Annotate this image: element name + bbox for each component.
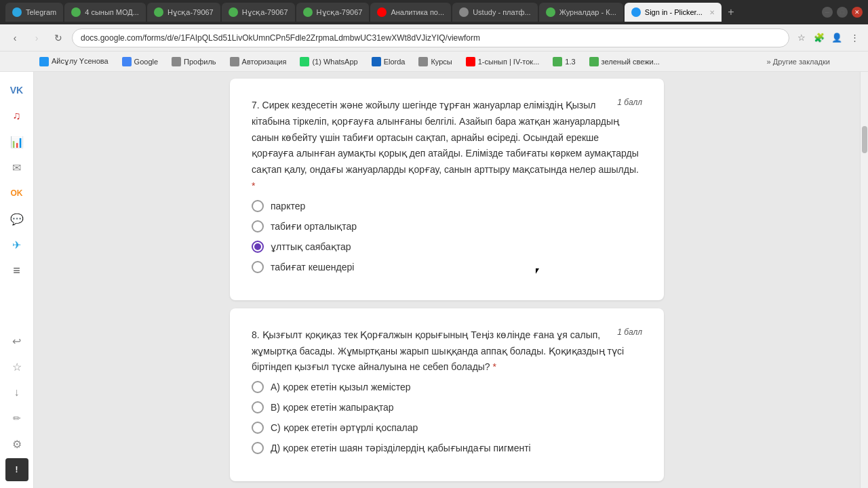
sidebar-app-download[interactable]: ↓ (5, 381, 28, 404)
question-7-card: 1 балл 7. Сирек кездесетін және жойылу ш… (230, 79, 664, 300)
forward-button[interactable]: › (28, 30, 45, 46)
left-sidebar: VK ♫ 📊 ✉ OK 💬 ✈ ≡ ↩ ☆ ↓ ✏ ⚙ ! (0, 72, 34, 488)
bookmark-1synыp-label: 1-сынып | IV-ток... (478, 58, 540, 66)
sidebar-app-charts[interactable]: 📊 (5, 130, 28, 153)
sidebar-app-list[interactable]: ≡ (5, 259, 28, 282)
minimize-button[interactable]: ─ (822, 7, 833, 18)
content-area[interactable]: 1 балл 7. Сирек кездесетін және жойылу ш… (34, 72, 860, 488)
bookmark-kursy[interactable]: Курсы (413, 56, 457, 68)
bookmark-kursy-icon (418, 57, 428, 66)
bookmark-avto[interactable]: Авторизация (224, 56, 292, 68)
back-button[interactable]: ‹ (7, 30, 23, 46)
option-7-2-label: табиғи орталықтар (271, 221, 357, 232)
sidebar-app-mail[interactable]: ✉ (5, 156, 28, 179)
bookmark-google[interactable]: Google (117, 56, 163, 68)
question-8-card: 1 балл 8. Қызғылт қоқиқаз тек Қорғалжын … (230, 308, 664, 481)
option-8-2[interactable]: В) қорек ететін жапырақтар (252, 401, 642, 413)
bookmark-elorda-label: Elorda (384, 58, 406, 66)
tab-telegram-label: Telegram (26, 8, 56, 16)
bookmark-whatsapp-icon (300, 57, 309, 66)
bookmark-profil[interactable]: Профиль (166, 56, 222, 68)
tab-zhurnaldar[interactable]: Журналдар - К... (539, 3, 623, 22)
tab-ustudy[interactable]: Ustudy - платф... (452, 3, 538, 22)
tab-zhurnaldar-label: Журналдар - К... (559, 8, 616, 16)
radio-8-4[interactable] (252, 442, 264, 454)
tab-analitika[interactable]: Аналитика по... (370, 3, 451, 22)
nuska1-favicon (154, 7, 163, 17)
bookmark-star-icon[interactable]: ☆ (795, 31, 808, 45)
bookmark-13-icon (553, 57, 562, 66)
page-scrollbar[interactable] (860, 72, 868, 488)
option-7-1[interactable]: парктер (252, 200, 642, 212)
sidebar-app-exclaim[interactable]: ! (5, 458, 28, 481)
sidebar-app-back[interactable]: ↩ (5, 329, 28, 352)
window-controls: ─ □ ✕ (822, 7, 863, 18)
bookmark-1synып[interactable]: 1-сынып | IV-ток... (460, 56, 545, 68)
tab-nuska2-label: Нұсқа-79067 (242, 8, 288, 17)
nuska2-favicon (229, 7, 238, 17)
bookmark-elorda[interactable]: Elorda (366, 56, 411, 68)
option-8-1[interactable]: А) қорек ететін қызыл жемістер (252, 381, 642, 393)
new-tab-button[interactable]: + (723, 4, 739, 20)
bookmarks-more-button[interactable]: » Другие закладки (763, 56, 834, 67)
bookmark-zeleny[interactable]: зеленый свежи... (584, 56, 665, 68)
tab-mod[interactable]: 4 сынып МОД... (64, 3, 146, 22)
profile-icon[interactable]: 👤 (830, 31, 844, 45)
radio-7-3[interactable] (252, 241, 264, 253)
close-button[interactable]: ✕ (852, 7, 863, 18)
option-7-4[interactable]: табиғат кешендері (252, 261, 642, 273)
question-7-points: 1 балл (617, 98, 642, 107)
sidebar-app-star[interactable]: ☆ (5, 355, 28, 378)
bookmark-google-label: Google (134, 58, 158, 66)
maximize-button[interactable]: □ (837, 7, 848, 18)
option-8-4[interactable]: Д) қорек ететін шаян тәрізділердің қабығ… (252, 442, 642, 454)
sidebar-app-music[interactable]: ♫ (5, 104, 28, 127)
bookmark-whatsapp-label: (1) WhatsApp (312, 58, 357, 66)
option-8-3[interactable]: С) қорек ететін әртүрлі қоспалар (252, 422, 642, 434)
sidebar-app-ok[interactable]: OK (5, 182, 28, 205)
sidebar-app-vk[interactable]: VK (5, 79, 28, 102)
sidebar-app-whatsapp[interactable]: 💬 (5, 207, 28, 230)
radio-8-2[interactable] (252, 401, 264, 413)
question-8-header: 1 балл 8. Қызғылт қоқиқаз тек Қорғалжын … (252, 327, 642, 375)
radio-7-1[interactable] (252, 200, 264, 212)
bookmark-aysulu[interactable]: Айсұлу Үсенова (34, 56, 114, 68)
scrollbar-thumb[interactable] (862, 126, 867, 153)
bookmark-13[interactable]: 1.3 (547, 56, 580, 68)
refresh-button[interactable]: ↻ (50, 30, 66, 46)
option-7-3[interactable]: ұлттық саябақтар (252, 241, 642, 253)
option-7-2[interactable]: табиғи орталықтар (252, 220, 642, 232)
tab-close-icon[interactable]: ✕ (709, 9, 715, 16)
radio-7-4[interactable] (252, 261, 264, 273)
tab-mod-label: 4 сынып МОД... (85, 8, 139, 16)
radio-7-2[interactable] (252, 220, 264, 232)
bookmark-profil-icon (172, 57, 181, 66)
tab-nuska3[interactable]: Нұсқа-79067 (296, 3, 370, 22)
address-bar: ‹ › ↻ docs.google.com/forms/d/e/1FAIpQLS… (0, 24, 868, 52)
address-text: docs.google.com/forms/d/e/1FAIpQLSd51Liv… (81, 33, 480, 43)
option-8-2-label: В) қорек ететін жапырақтар (271, 402, 394, 413)
tab-signin[interactable]: Sign in - Plicker... ✕ (625, 3, 722, 22)
nuska3-favicon (303, 7, 313, 17)
bookmark-aysulu-label: Айсұлу Үсенова (52, 57, 108, 66)
extension-icon[interactable]: 🧩 (812, 31, 826, 45)
bookmark-whatsapp[interactable]: (1) WhatsApp (294, 56, 363, 68)
sidebar-app-settings[interactable]: ⚙ (5, 432, 28, 455)
tab-telegram[interactable]: Telegram (5, 3, 63, 22)
main-layout: VK ♫ 📊 ✉ OK 💬 ✈ ≡ ↩ ☆ ↓ ✏ ⚙ ! 1 балл 7. … (0, 72, 868, 488)
tab-signin-label: Sign in - Plicker... (645, 8, 703, 16)
tab-nuska1-label: Нұсқа-79067 (167, 8, 214, 17)
signin-favicon (631, 7, 641, 17)
settings-dots-icon[interactable]: ⋮ (848, 31, 861, 45)
radio-8-3[interactable] (252, 422, 264, 434)
required-star-7: * (252, 180, 255, 191)
sidebar-app-pen[interactable]: ✏ (5, 407, 28, 430)
tab-nuska2[interactable]: Нұсқа-79067 (222, 3, 295, 22)
radio-8-1[interactable] (252, 381, 264, 393)
tab-nuska3-label: Нұсқа-79067 (317, 8, 363, 17)
option-7-3-label: ұлттық саябақтар (271, 241, 351, 252)
sidebar-app-telegram[interactable]: ✈ (5, 233, 28, 256)
address-input[interactable]: docs.google.com/forms/d/e/1FAIpQLSd51Liv… (72, 28, 789, 47)
bookmark-profil-label: Профиль (184, 58, 216, 66)
tab-nuska1[interactable]: Нұсқа-79067 (147, 3, 220, 22)
